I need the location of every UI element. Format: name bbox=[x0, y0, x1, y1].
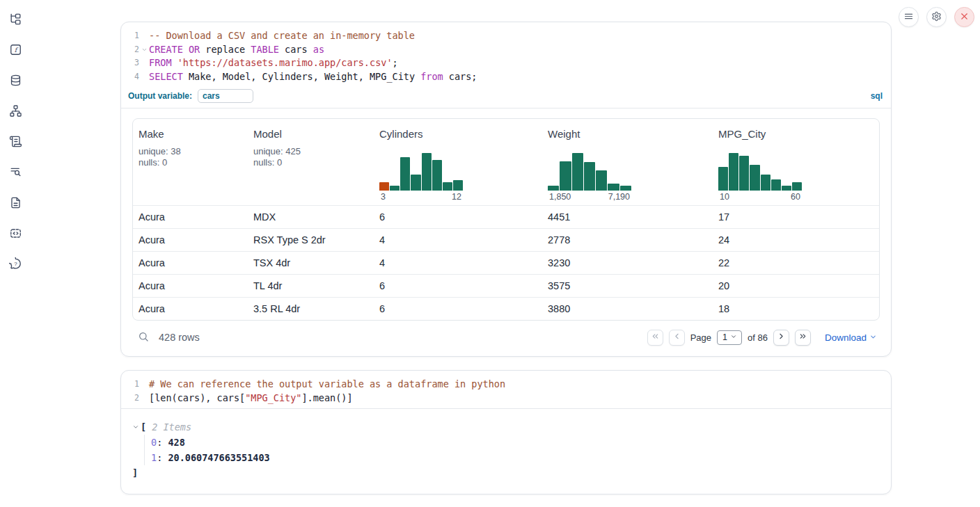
chevrons-left-icon bbox=[651, 332, 660, 343]
table-cell: 6 bbox=[374, 280, 542, 291]
histogram-bars bbox=[548, 153, 631, 191]
column-stat: unique: 425 bbox=[253, 146, 371, 158]
code-token: # We can reference the output variable a… bbox=[149, 378, 505, 389]
axis-min-label: 3 bbox=[381, 192, 386, 202]
column-stat: nulls: 0 bbox=[253, 157, 371, 169]
column-header: Modelunique: 425nulls: 0 bbox=[248, 119, 374, 205]
line-number: 4 bbox=[127, 70, 139, 84]
close-x-icon bbox=[959, 11, 970, 24]
tree-entry: 0: 428 bbox=[151, 435, 880, 450]
histogram-bar bbox=[560, 161, 571, 191]
sidebar-scratchpad-button[interactable] bbox=[6, 133, 25, 152]
sidebar-variables-button[interactable]: f bbox=[6, 41, 25, 61]
code-token: SELECT bbox=[149, 71, 183, 82]
code-token bbox=[172, 57, 177, 68]
code-token: TABLE bbox=[251, 44, 279, 55]
settings-button[interactable] bbox=[926, 7, 947, 27]
line-number: 3 bbox=[127, 56, 139, 70]
fold-slot-empty bbox=[139, 378, 149, 392]
code-content: SELECT Make, Model, Cylinders, Weight, M… bbox=[149, 70, 477, 84]
column-name[interactable]: Make bbox=[139, 128, 245, 140]
code-token: OR bbox=[189, 44, 200, 55]
tree-collapse-chevron-icon[interactable] bbox=[132, 424, 141, 430]
search-button[interactable] bbox=[136, 330, 150, 344]
code-token: CREATE bbox=[149, 44, 183, 55]
column-name[interactable]: Model bbox=[253, 128, 371, 140]
column-header: MPG_City1060 bbox=[713, 119, 879, 205]
code-line[interactable]: 2CREATE OR replace TABLE cars as bbox=[121, 43, 891, 57]
download-button[interactable]: Download bbox=[825, 332, 877, 343]
code-line[interactable]: 4SELECT Make, Model, Cylinders, Weight, … bbox=[121, 70, 891, 84]
table-cell: 18 bbox=[713, 303, 879, 314]
column-name[interactable]: Cylinders bbox=[379, 128, 539, 140]
code-line[interactable]: 3FROM 'https://datasets.marimo.app/cars.… bbox=[121, 56, 891, 70]
code-token: cars bbox=[279, 44, 313, 55]
marimo-notebook: f ? bbox=[0, 0, 980, 507]
code-content: [len(cars), cars["MPG_City"].mean()] bbox=[149, 392, 353, 405]
column-header: Makeunique: 38nulls: 0 bbox=[133, 119, 248, 205]
tree-entry-value: 428 bbox=[168, 437, 184, 448]
python-cell-output: [ 2 Items 0: 4281: 20.060747663551403 ] bbox=[121, 408, 891, 494]
histogram-bar bbox=[443, 182, 452, 191]
histogram-bar bbox=[771, 179, 781, 191]
code-content: FROM 'https://datasets.marimo.app/cars.c… bbox=[149, 56, 398, 70]
first-page-button[interactable] bbox=[647, 330, 663, 346]
table-cell: 20 bbox=[713, 280, 879, 291]
network-icon bbox=[9, 104, 22, 120]
table-row: AcuraTL 4dr6357520 bbox=[133, 274, 879, 297]
page-select-value: 1 bbox=[722, 332, 727, 342]
code-content: CREATE OR replace TABLE cars as bbox=[149, 43, 324, 57]
sidebar-help-button[interactable]: ? bbox=[6, 255, 25, 275]
fold-slot-empty bbox=[139, 29, 149, 43]
sidebar-dependency-graph-button[interactable] bbox=[6, 102, 25, 122]
sidebar-snippets-button[interactable] bbox=[6, 225, 25, 244]
code-token: -- Download a CSV and create an in-memor… bbox=[149, 30, 415, 41]
table-cell: 4 bbox=[374, 234, 542, 246]
svg-text:?: ? bbox=[14, 261, 17, 267]
column-name[interactable]: Weight bbox=[548, 128, 710, 140]
python-code-editor[interactable]: 1# We can reference the output variable … bbox=[121, 371, 891, 408]
histogram-bars bbox=[718, 153, 802, 191]
sidebar-documentation-button[interactable] bbox=[6, 194, 25, 214]
sidebar-file-explorer-button[interactable] bbox=[6, 10, 25, 30]
table-cell: MDX bbox=[248, 211, 374, 223]
prev-page-button[interactable] bbox=[669, 330, 685, 346]
code-line[interactable]: 1-- Download a CSV and create an in-memo… bbox=[121, 29, 891, 43]
column-header: Weight1,8507,190 bbox=[542, 119, 713, 205]
next-page-button[interactable] bbox=[773, 330, 789, 346]
function-square-icon: f bbox=[9, 43, 22, 58]
histogram-bar bbox=[453, 180, 463, 191]
help-bubble-icon: ? bbox=[9, 257, 22, 273]
chevron-down-icon bbox=[869, 332, 877, 343]
sidebar-datasources-button[interactable] bbox=[6, 72, 25, 91]
sql-code-editor[interactable]: 1-- Download a CSV and create an in-memo… bbox=[121, 22, 891, 88]
code-line[interactable]: 2[len(cars), cars["MPG_City"].mean()] bbox=[121, 392, 891, 405]
notebook-menu-button[interactable] bbox=[899, 7, 919, 27]
table-cell: 6 bbox=[374, 303, 542, 314]
histogram-bar bbox=[739, 156, 749, 191]
histogram-bar bbox=[390, 186, 400, 191]
histogram-bar bbox=[400, 157, 410, 191]
page-total-label: of 86 bbox=[748, 332, 768, 343]
sidebar-logs-button[interactable] bbox=[6, 163, 25, 183]
tree-entry-value: 20.060747663551403 bbox=[168, 452, 269, 463]
last-page-button[interactable] bbox=[795, 330, 811, 346]
page-select[interactable]: 1 bbox=[717, 330, 742, 345]
histogram-axis-labels: 1060 bbox=[718, 191, 802, 202]
chevron-down-icon bbox=[730, 332, 737, 342]
tree-entries: 0: 4281: 20.060747663551403 bbox=[144, 435, 880, 465]
data-table: Makeunique: 38nulls: 0Modelunique: 425nu… bbox=[132, 118, 880, 321]
fold-chevron-icon[interactable] bbox=[139, 43, 149, 57]
output-variable-input[interactable] bbox=[198, 89, 253, 103]
column-name[interactable]: MPG_City bbox=[718, 128, 876, 140]
code-line[interactable]: 1# We can reference the output variable … bbox=[121, 378, 891, 392]
notebook-cells: 1-- Download a CSV and create an in-memo… bbox=[120, 0, 892, 494]
language-badge[interactable]: sql bbox=[871, 91, 883, 101]
notebook-actions bbox=[899, 7, 974, 27]
shutdown-button[interactable] bbox=[954, 7, 974, 27]
sql-cell-output: Makeunique: 38nulls: 0Modelunique: 425nu… bbox=[121, 108, 891, 356]
histogram-bar bbox=[379, 182, 389, 191]
database-icon bbox=[9, 74, 22, 89]
histogram-bar bbox=[729, 153, 738, 191]
histogram-bar bbox=[548, 186, 559, 190]
